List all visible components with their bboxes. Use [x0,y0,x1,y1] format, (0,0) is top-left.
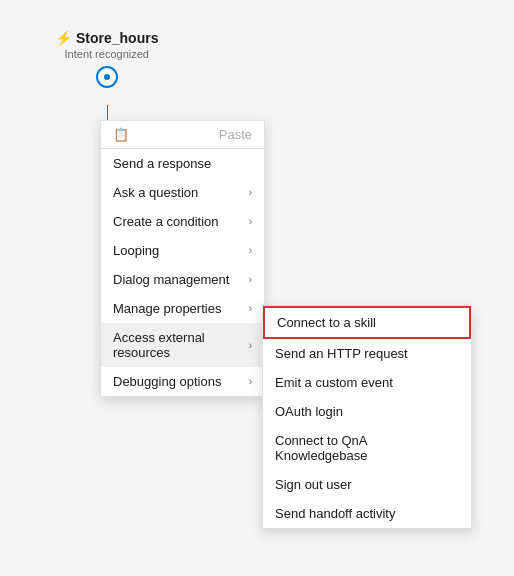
dialog-management-label: Dialog management [113,272,229,287]
looping-label: Looping [113,243,159,258]
menu-item-http-request[interactable]: Send an HTTP request [263,339,471,368]
menu-item-qna[interactable]: Connect to QnA Knowledgebase [263,426,471,470]
create-condition-chevron-icon: › [249,216,252,227]
http-request-label: Send an HTTP request [275,346,408,361]
qna-label: Connect to QnA Knowledgebase [275,433,459,463]
paste-icon: 📋 [113,127,129,142]
canvas: ⚡ Store_hours Intent recognized 📋 Paste … [0,0,514,576]
node-container: ⚡ Store_hours Intent recognized [55,30,158,88]
node-connector[interactable] [96,66,118,88]
send-response-label: Send a response [113,156,211,171]
secondary-context-menu: Connect to a skill Send an HTTP request … [262,305,472,529]
handoff-label: Send handoff activity [275,506,395,521]
menu-item-ask-question[interactable]: Ask a question › [101,178,264,207]
dialog-management-chevron-icon: › [249,274,252,285]
menu-item-sign-out[interactable]: Sign out user [263,470,471,499]
oauth-label: OAuth login [275,404,343,419]
menu-item-looping[interactable]: Looping › [101,236,264,265]
access-external-label: Access external resources [113,330,249,360]
looping-chevron-icon: › [249,245,252,256]
menu-item-connect-skill[interactable]: Connect to a skill [263,306,471,339]
paste-label: Paste [219,127,252,142]
custom-event-label: Emit a custom event [275,375,393,390]
access-external-chevron-icon: › [249,340,252,351]
menu-item-access-external[interactable]: Access external resources › [101,323,264,367]
menu-item-create-condition[interactable]: Create a condition › [101,207,264,236]
menu-item-custom-event[interactable]: Emit a custom event [263,368,471,397]
manage-properties-label: Manage properties [113,301,221,316]
node-title: Store_hours [76,30,158,46]
node-header: ⚡ Store_hours [55,30,158,46]
debugging-chevron-icon: › [249,376,252,387]
menu-item-handoff[interactable]: Send handoff activity [263,499,471,528]
connect-skill-label: Connect to a skill [277,315,376,330]
menu-item-oauth[interactable]: OAuth login [263,397,471,426]
sign-out-label: Sign out user [275,477,352,492]
paste-item[interactable]: 📋 Paste [101,121,264,148]
node-subtitle: Intent recognized [65,48,149,60]
node-icon: ⚡ [55,30,72,46]
manage-properties-chevron-icon: › [249,303,252,314]
primary-context-menu: 📋 Paste Send a response Ask a question ›… [100,120,265,397]
ask-question-chevron-icon: › [249,187,252,198]
node-connector-inner [104,74,110,80]
menu-item-send-response[interactable]: Send a response [101,149,264,178]
ask-question-label: Ask a question [113,185,198,200]
debugging-label: Debugging options [113,374,221,389]
menu-item-debugging[interactable]: Debugging options › [101,367,264,396]
create-condition-label: Create a condition [113,214,219,229]
menu-item-dialog-management[interactable]: Dialog management › [101,265,264,294]
menu-item-manage-properties[interactable]: Manage properties › [101,294,264,323]
